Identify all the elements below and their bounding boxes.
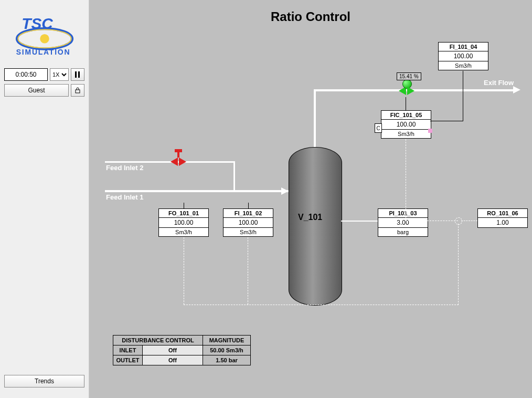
signal-line [406, 221, 458, 221]
signal-node-icon [455, 217, 462, 225]
table-header: DISTURBANCE CONTROL [113, 336, 203, 345]
instrument-tag: FI_101_02 [224, 209, 273, 218]
pipe [314, 89, 517, 91]
exit-label: Exit Flow [484, 79, 514, 87]
pause-icon [75, 71, 80, 78]
instrument-fo-101-01[interactable]: FO_101_01 100.00 Sm3/h [158, 208, 209, 237]
instrument-tag: FIC_101_05 [381, 111, 431, 120]
user-button[interactable]: Guest [4, 84, 69, 97]
link [430, 121, 463, 121]
pipe [233, 161, 235, 191]
svg-text:SIMULATION: SIMULATION [16, 48, 70, 56]
table-cell: INLET [113, 345, 143, 355]
page-title: Ratio Control [89, 9, 532, 24]
instrument-tag: FI_101_04 [439, 43, 488, 51]
app-window: TSC SIMULATION 0:00:50 1X Guest Trends [0, 0, 532, 398]
instrument-pi-101-03[interactable]: PI_101_03 3.00 barg [378, 208, 428, 237]
instrument-ro-101-06[interactable]: RO_101_06 1.00 [477, 208, 528, 228]
trends-button[interactable]: Trends [4, 375, 84, 387]
link [463, 71, 463, 89]
pipe [341, 221, 378, 222]
svg-point-2 [40, 34, 49, 44]
arrow-icon [281, 187, 289, 195]
feed2-label: Feed Inlet 2 [106, 164, 144, 172]
feed1-label: Feed Inlet 1 [106, 193, 144, 201]
vessel-v101[interactable] [289, 147, 342, 306]
control-valve-icon[interactable] [399, 85, 414, 96]
sidebar: TSC SIMULATION 0:00:50 1X Guest Trends [0, 0, 89, 398]
table-cell: 1.50 bar [203, 355, 251, 365]
instrument-unit: Sm3/h [159, 228, 208, 236]
link [463, 89, 463, 121]
signal-line [406, 139, 406, 221]
controller-mode: C [375, 123, 382, 133]
arrow-icon [513, 86, 520, 93]
manual-valve-icon[interactable] [171, 155, 186, 167]
instrument-fic-101-05[interactable]: FIC_101_05 100.00 Sm3/h C [381, 110, 431, 139]
alarm-indicator [428, 129, 432, 133]
signal-line [458, 224, 459, 305]
instrument-unit: barg [378, 228, 428, 236]
instrument-unit: Sm3/h [224, 228, 273, 236]
instrument-value: 100.00 [439, 51, 488, 61]
table-header: MAGNITUDE [203, 336, 251, 345]
table-cell: OUTLET [113, 355, 143, 365]
pause-button[interactable] [71, 68, 84, 81]
disturbance-table: DISTURBANCE CONTROL MAGNITUDE INLET Off … [113, 335, 251, 365]
disturbance-outlet-toggle[interactable]: Off [143, 355, 203, 365]
instrument-value: 1.00 [478, 218, 527, 227]
link [406, 97, 406, 110]
tsc-logo: TSC SIMULATION [8, 5, 81, 63]
sim-speed-select[interactable]: 1X [50, 68, 69, 81]
pipe [314, 89, 316, 150]
vessel-label: V_101 [298, 213, 322, 222]
instrument-value: 3.00 [378, 218, 428, 228]
pipe [105, 161, 233, 163]
instrument-fi-101-02[interactable]: FI_101_02 100.00 Sm3/h [223, 208, 273, 237]
valve-opening: 15.41 % [397, 72, 421, 80]
signal-line [461, 221, 477, 221]
lock-icon [75, 87, 81, 93]
instrument-value: 100.00 [224, 218, 273, 228]
instrument-tag: PI_101_03 [378, 209, 428, 218]
svg-rect-6 [78, 71, 80, 78]
svg-text:TSC: TSC [22, 15, 53, 32]
signal-line [184, 237, 184, 305]
pipe [105, 190, 289, 192]
instrument-tag: FO_101_01 [159, 209, 208, 218]
instrument-fi-101-04[interactable]: FI_101_04 100.00 Sm3/h [438, 42, 488, 70]
lock-button[interactable] [71, 84, 84, 97]
instrument-unit: Sm3/h [381, 130, 431, 138]
disturbance-inlet-toggle[interactable]: Off [143, 345, 203, 355]
signal-line [248, 237, 248, 305]
svg-rect-5 [75, 71, 77, 78]
instrument-unit: Sm3/h [439, 61, 488, 70]
instrument-value: 100.00 [159, 218, 208, 228]
process-canvas: Ratio Control Feed Inlet 2 Feed Inlet 1 … [89, 0, 532, 398]
sim-time: 0:00:50 [4, 68, 48, 81]
table-cell: 50.00 Sm3/h [203, 345, 251, 355]
signal-line [184, 305, 459, 305]
svg-rect-7 [76, 90, 80, 93]
instrument-tag: RO_101_06 [478, 209, 527, 218]
instrument-value: 100.00 [381, 120, 431, 130]
